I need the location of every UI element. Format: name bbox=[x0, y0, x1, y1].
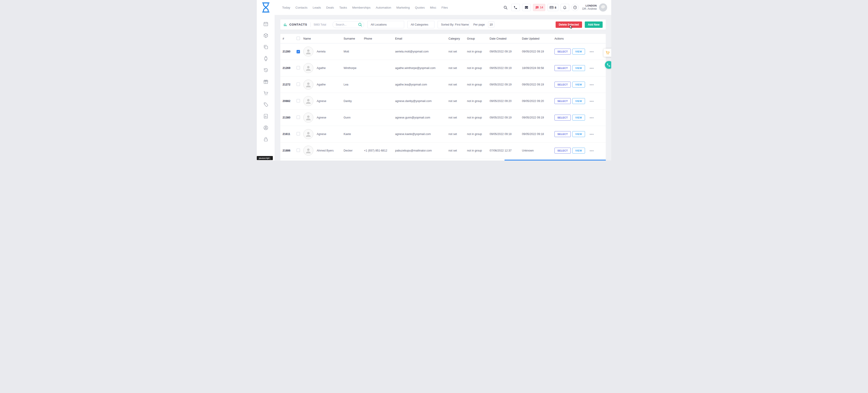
nav-link-files[interactable]: Files bbox=[441, 6, 448, 9]
contact-name: Agnese bbox=[317, 99, 326, 103]
cart-icon bbox=[605, 51, 610, 55]
categories-filter[interactable]: All Categories bbox=[407, 21, 434, 28]
view-button[interactable]: VIEW bbox=[572, 131, 585, 137]
row-checkbox[interactable] bbox=[297, 83, 300, 86]
bell-icon bbox=[563, 6, 567, 9]
package-icon[interactable] bbox=[263, 33, 269, 38]
contact-category: not set bbox=[448, 99, 467, 103]
search-box bbox=[333, 21, 364, 28]
delete-selected-button[interactable]: Delete Selected bbox=[556, 22, 582, 28]
card-button[interactable]: 8 bbox=[548, 4, 558, 11]
help-button[interactable]: ? bbox=[571, 4, 579, 11]
view-button[interactable]: VIEW bbox=[572, 49, 585, 55]
phone-button[interactable] bbox=[511, 4, 520, 11]
contact-date-created: 09/05/2022 09:19 bbox=[490, 50, 522, 53]
user-avatar[interactable] bbox=[599, 3, 607, 11]
question-icon: ? bbox=[573, 5, 577, 9]
avatar bbox=[303, 113, 313, 123]
contact-group: not in group bbox=[467, 132, 490, 136]
history-icon[interactable] bbox=[263, 67, 269, 73]
cart-icon[interactable] bbox=[263, 90, 269, 96]
per-page-value: 10 bbox=[490, 23, 493, 26]
chat-button[interactable]: 14 bbox=[533, 4, 545, 11]
row-checkbox[interactable] bbox=[297, 99, 300, 102]
select-button[interactable]: SELECT bbox=[555, 82, 571, 88]
row-more-icon[interactable]: ••• bbox=[590, 99, 594, 103]
account-icon[interactable] bbox=[263, 125, 269, 130]
select-all-checkbox[interactable] bbox=[297, 37, 300, 40]
tag-icon[interactable] bbox=[263, 102, 269, 108]
search-go-icon[interactable] bbox=[358, 23, 362, 27]
nav-link-deals[interactable]: Deals bbox=[326, 6, 334, 9]
contact-email: agnese.gunn@yopmail.com bbox=[395, 116, 448, 119]
row-more-icon[interactable]: ••• bbox=[590, 149, 594, 153]
row-more-icon[interactable]: ••• bbox=[590, 132, 594, 136]
toolbar-buttons: Delete Selected Add New bbox=[556, 22, 602, 28]
contact-id: 21380 bbox=[283, 116, 297, 119]
nav-link-contacts[interactable]: Contacts bbox=[296, 6, 307, 9]
col-group: Group bbox=[467, 37, 490, 40]
row-checkbox[interactable] bbox=[297, 132, 300, 135]
row-checkbox[interactable] bbox=[297, 116, 300, 119]
user-info[interactable]: LONDON DR. Andrew bbox=[582, 4, 597, 11]
contact-email: agathe.winthorpe@yopmail.com bbox=[395, 66, 448, 70]
status-bar-link-preview: javascript:; bbox=[257, 156, 273, 160]
per-page-select[interactable]: 10 bbox=[488, 22, 494, 28]
per-page-label: Per page bbox=[473, 23, 485, 26]
row-more-icon[interactable]: ••• bbox=[590, 50, 594, 54]
gift-icon[interactable] bbox=[263, 79, 269, 84]
contact-group: not in group bbox=[467, 116, 490, 119]
inbox-button[interactable] bbox=[522, 4, 531, 11]
nav-link-memberships[interactable]: Memberships bbox=[352, 6, 370, 9]
view-button[interactable]: VIEW bbox=[572, 65, 585, 71]
categories-filter-label: All Categories bbox=[411, 23, 428, 26]
view-button[interactable]: VIEW bbox=[572, 115, 585, 121]
contact-surname: Mott bbox=[344, 50, 364, 53]
nav-link-misc[interactable]: Misc bbox=[430, 6, 436, 9]
notifications-button[interactable] bbox=[561, 4, 569, 11]
main-content: CONTACTS 5883 Total All Locations All Ca… bbox=[275, 15, 611, 160]
row-more-icon[interactable]: ••• bbox=[590, 83, 594, 87]
nav-link-quotes[interactable]: Quotes bbox=[415, 6, 425, 9]
row-checkbox[interactable] bbox=[297, 149, 300, 152]
view-button[interactable]: VIEW bbox=[572, 148, 585, 154]
view-button[interactable]: VIEW bbox=[572, 98, 585, 104]
contact-surname: Danby bbox=[344, 99, 364, 103]
app-logo[interactable] bbox=[257, 2, 275, 13]
user-location: LONDON bbox=[582, 4, 597, 7]
report-icon[interactable] bbox=[263, 114, 269, 119]
row-more-icon[interactable]: ••• bbox=[590, 116, 594, 120]
topbar-actions: 14 8 ? LONDON DR. Andrew bbox=[502, 3, 611, 11]
select-button[interactable]: SELECT bbox=[555, 131, 571, 137]
floating-phone-widget[interactable] bbox=[605, 61, 611, 69]
select-button[interactable]: SELECT bbox=[555, 65, 571, 71]
lock-icon[interactable] bbox=[263, 137, 269, 142]
select-button[interactable]: SELECT bbox=[555, 98, 571, 104]
search-icon[interactable] bbox=[502, 4, 509, 11]
view-button[interactable]: VIEW bbox=[572, 82, 585, 88]
floating-cart-widget[interactable] bbox=[603, 49, 611, 57]
row-checkbox[interactable] bbox=[297, 50, 300, 53]
nav-link-tasks[interactable]: Tasks bbox=[339, 6, 347, 9]
locations-filter[interactable]: All Locations bbox=[367, 21, 404, 28]
calendar-icon[interactable]: 12 bbox=[263, 21, 269, 27]
avatar bbox=[303, 146, 313, 156]
nav-link-today[interactable]: Today bbox=[282, 6, 290, 9]
select-button[interactable]: SELECT bbox=[555, 49, 571, 55]
contacts-toolbar: CONTACTS 5883 Total All Locations All Ca… bbox=[280, 20, 606, 30]
col-date-updated: Date Updated bbox=[522, 37, 555, 40]
row-checkbox[interactable] bbox=[297, 66, 300, 69]
nav-link-leads[interactable]: Leads bbox=[313, 6, 321, 9]
copy-icon[interactable] bbox=[263, 44, 269, 50]
sort-filter[interactable]: Sorted By: First Name bbox=[438, 21, 469, 28]
row-more-icon[interactable]: ••• bbox=[590, 66, 594, 70]
select-button[interactable]: SELECT bbox=[555, 148, 571, 154]
contact-category: not set bbox=[448, 149, 467, 152]
add-new-button[interactable]: Add New bbox=[585, 22, 602, 28]
select-button[interactable]: SELECT bbox=[555, 115, 571, 121]
watch-icon[interactable] bbox=[263, 56, 269, 61]
nav-link-automation[interactable]: Automation bbox=[376, 6, 391, 9]
contact-email: agnese.kaete@yopmail.com bbox=[395, 132, 448, 136]
contact-surname: Winthorpe bbox=[344, 66, 364, 70]
nav-link-marketing[interactable]: Marketing bbox=[396, 6, 410, 9]
